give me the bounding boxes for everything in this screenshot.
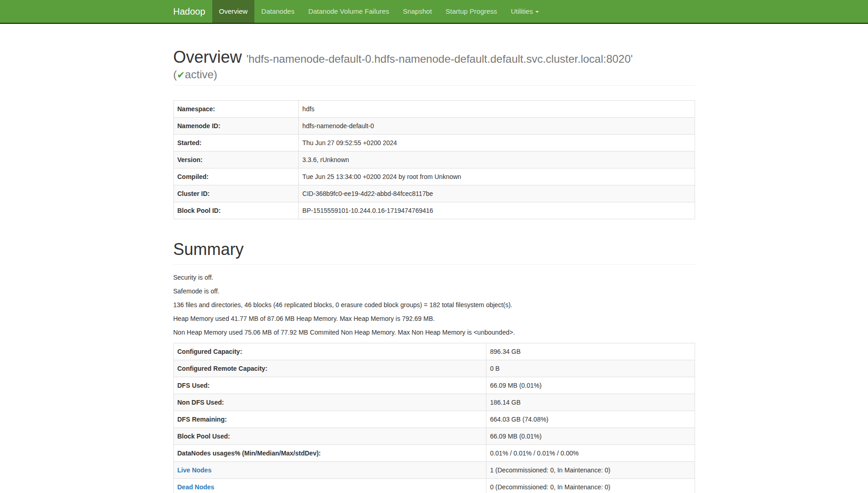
row-value-cell: 66.09 MB (0.01%) <box>486 377 695 394</box>
row-value-cell: 664.03 GB (74.08%) <box>486 411 695 428</box>
table-row: Block Pool Used: 66.09 MB (0.01%) <box>173 428 695 444</box>
row-label-cell: Configured Remote Capacity: <box>173 360 486 377</box>
row-value-cell: 66.09 MB (0.01%) <box>486 428 695 444</box>
summary-line: Safemode is off. <box>173 287 695 296</box>
row-value-cell: CID-368b9fc0-ee19-4d22-abbd-84fcec8117be <box>298 185 695 202</box>
row-label-cell: Cluster ID: <box>173 185 298 202</box>
row-value-cell: 0 B <box>486 360 695 377</box>
row-label-cell: Compiled: <box>173 168 298 185</box>
nav-item-overview: Overview <box>212 0 255 23</box>
table-row: Configured Remote Capacity: 0 B <box>173 360 695 377</box>
main-content: Overview'hdfs-namenode-default-0.hdfs-na… <box>167 48 702 493</box>
hadoop-brand-link[interactable]: Hadoop <box>173 0 212 23</box>
divider <box>173 264 695 265</box>
table-row: Block Pool ID: BP-1515559101-10.244.0.16… <box>173 202 695 219</box>
row-label-cell: Namenode ID: <box>173 117 298 134</box>
row-label-cell: Configured Capacity: <box>173 343 486 360</box>
table-row: DFS Used: 66.09 MB (0.01%) <box>173 377 695 394</box>
table-row: Non DFS Used: 186.14 GB <box>173 394 695 411</box>
summary-line: Heap Memory used 41.77 MB of 87.06 MB He… <box>173 314 695 324</box>
row-value-cell: BP-1515559101-10.244.0.16-1719474769416 <box>298 202 695 219</box>
table-row: Compiled: Tue Jun 25 13:34:00 +0200 2024… <box>173 168 695 185</box>
row-value-cell: hdfs <box>298 100 695 117</box>
summary-paragraphs: Security is off. Safemode is off. 136 fi… <box>173 273 695 337</box>
row-label-cell: Dead Nodes <box>173 478 486 493</box>
namenode-address: 'hdfs-namenode-default-0.hdfs-namenode-d… <box>247 53 633 65</box>
page-title: Overview'hdfs-namenode-default-0.hdfs-na… <box>173 48 695 81</box>
row-label-cell: Block Pool ID: <box>173 202 298 219</box>
nav-item-utilities: Utilities <box>504 0 545 23</box>
table-row: Version: 3.3.6, rUnknown <box>173 151 695 168</box>
navbar-menu: Overview Datanodes Datanode Volume Failu… <box>212 0 546 23</box>
row-value-cell: hdfs-namenode-default-0 <box>298 117 695 134</box>
row-label-cell: DataNodes usages% (Min/Median/Max/stdDev… <box>173 444 486 461</box>
row-value-cell: 0 (Decommissioned: 0, In Maintenance: 0) <box>486 478 695 493</box>
divider <box>173 85 695 86</box>
row-value-cell: 0.01% / 0.01% / 0.01% / 0.00% <box>486 444 695 461</box>
summary-line: 136 files and directories, 46 blocks (46… <box>173 301 695 310</box>
namenode-status: (✔active) <box>173 69 695 81</box>
row-label-cell: DFS Used: <box>173 377 486 394</box>
row-value-cell: 896.34 GB <box>486 343 695 360</box>
nav-item-snapshot: Snapshot <box>396 0 438 23</box>
row-label-cell: Block Pool Used: <box>173 428 486 444</box>
row-value-cell: 1 (Decommissioned: 0, In Maintenance: 0) <box>486 461 695 478</box>
summary-metrics-table: Configured Capacity: 896.34 GB Configure… <box>173 343 695 493</box>
table-row: Cluster ID: CID-368b9fc0-ee19-4d22-abbd-… <box>173 185 695 202</box>
table-row: DFS Remaining: 664.03 GB (74.08%) <box>173 411 695 428</box>
row-value-cell: 3.3.6, rUnknown <box>298 151 695 168</box>
nav-item-datanode-volume-failures: Datanode Volume Failures <box>302 0 396 23</box>
top-navbar: Hadoop Overview Datanodes Datanode Volum… <box>0 0 868 24</box>
row-value-cell: 186.14 GB <box>486 394 695 411</box>
row-label-cell: Non DFS Used: <box>173 394 486 411</box>
row-label-cell: Version: <box>173 151 298 168</box>
row-value-cell: Thu Jun 27 09:52:55 +0200 2024 <box>298 134 695 151</box>
row-label-cell: Started: <box>173 134 298 151</box>
active-check-icon: ✔ <box>177 70 185 80</box>
table-row: Namespace: hdfs <box>173 100 695 117</box>
row-value-cell: Tue Jun 25 13:34:00 +0200 2024 by root f… <box>298 168 695 185</box>
row-label-cell: DFS Remaining: <box>173 411 486 428</box>
navbar-container: Hadoop Overview Datanodes Datanode Volum… <box>167 0 702 23</box>
table-row: Configured Capacity: 896.34 GB <box>173 343 695 360</box>
table-row: DataNodes usages% (Min/Median/Max/stdDev… <box>173 444 695 461</box>
table-row: Namenode ID: hdfs-namenode-default-0 <box>173 117 695 134</box>
table-row: Dead Nodes 0 (Decommissioned: 0, In Main… <box>173 478 695 493</box>
summary-heading: Summary <box>173 240 695 259</box>
summary-line: Security is off. <box>173 273 695 282</box>
table-row: Started: Thu Jun 27 09:52:55 +0200 2024 <box>173 134 695 151</box>
row-label-cell: Namespace: <box>173 100 298 117</box>
summary-line: Non Heap Memory used 75.06 MB of 77.92 M… <box>173 328 695 337</box>
table-row: Live Nodes 1 (Decommissioned: 0, In Main… <box>173 461 695 478</box>
row-label-cell: Live Nodes <box>173 461 486 478</box>
overview-heading: Overview'hdfs-namenode-default-0.hdfs-na… <box>173 48 695 81</box>
cluster-info-table: Namespace: hdfs Namenode ID: hdfs-nameno… <box>173 100 695 219</box>
nav-item-startup-progress: Startup Progress <box>439 0 504 23</box>
nav-item-datanodes: Datanodes <box>254 0 302 23</box>
caret-down-icon <box>535 11 539 13</box>
